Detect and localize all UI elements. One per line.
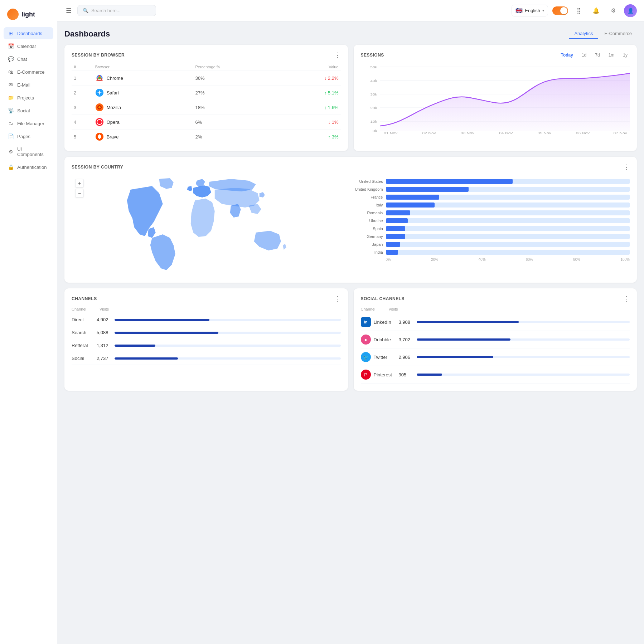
filter-1y[interactable]: 1y [621,52,630,58]
filter-1m[interactable]: 1m [606,52,617,58]
social-channel-visits: 3,702 [399,337,417,342]
browser-value: ↑ 3% [283,130,340,144]
social-channel-name: Pinterest [374,372,399,377]
country-bar-row: France [354,195,630,200]
twitter-icon: 🐦 [361,352,371,362]
language-selector[interactable]: 🇬🇧 English ▾ [512,5,548,16]
sidebar-label-chat: Chat [17,57,27,62]
country-label: Romania [354,211,383,215]
country-bar-fill [386,234,406,239]
browser-name-cell: Mozilla [93,100,193,115]
axis-label: 0% [386,258,391,262]
country-bar-fill [386,179,513,184]
tab-analytics[interactable]: Analytics [569,29,598,39]
sidebar-item-calendar[interactable]: 📅Calendar [4,40,53,52]
channel-name: Social [72,356,97,361]
sidebar-label-uicomponents: UI Components [17,146,49,157]
session-browser-title: SESSION BY BROWSER [72,53,125,58]
social-channel-col: Channel [361,307,386,311]
social-bar-fill [417,321,519,323]
browser-icon [95,74,104,82]
channel-bar-bg [115,357,341,360]
country-bar-fill [386,195,440,200]
sidebar-item-uicomponents[interactable]: ⚙UI Components [4,143,53,160]
row-num: 3 [72,100,93,115]
map-zoom-out[interactable]: − [75,189,84,197]
country-bar-bg [386,210,630,215]
channels-more-btn[interactable]: ⋮ [334,296,341,302]
sidebar-item-authentication[interactable]: 🔒Authentication [4,161,53,173]
authentication-icon: 🔒 [8,164,14,170]
sessions-chart-svg: 50k 40k 30k 20k 10k 0k 01 Nov 02 Nov 03 … [361,63,630,135]
sidebar-item-dashboards[interactable]: ⊞Dashboards [4,27,53,39]
country-bar-bg [386,187,630,192]
country-bar-row: Italy [354,203,630,208]
social-channel-name: LinkedIn [374,319,399,325]
browser-icon [95,132,104,141]
social-more-btn[interactable]: ⋮ [623,296,630,302]
chart-area: 50k 40k 30k 20k 10k 0k 01 Nov 02 Nov 03 … [361,63,630,135]
map-zoom-in[interactable]: + [75,179,84,187]
channel-col: Channel [72,307,97,311]
filter-1d[interactable]: 1d [580,52,589,58]
filter-today[interactable]: Today [558,52,575,58]
flag-icon: 🇬🇧 [515,7,523,14]
axis-label: 20% [431,258,438,262]
page-title: Dashboards [64,29,110,39]
menu-toggle-icon[interactable]: ☰ [64,5,73,16]
sidebar-item-pages[interactable]: 📄Pages [4,130,53,142]
sidebar-item-ecommerce[interactable]: 🛍E-Commerce [4,66,53,78]
channel-bar-bg [115,319,341,321]
browser-table: # Browser Percentage % Value 1 Chrome 36… [72,63,341,144]
sidebar-item-filemanager[interactable]: 🗂File Manager [4,117,53,130]
svg-point-10 [98,106,101,108]
row-num: 4 [72,115,93,130]
sidebar-item-chat[interactable]: 💬Chat [4,53,53,65]
svg-text:30k: 30k [370,93,377,96]
sidebar-item-social[interactable]: 📡Social [4,104,53,117]
browser-name-cell: Opera [93,115,193,130]
channels-col-header: Channel Visits [72,307,341,311]
channel-bar-fill [115,332,218,334]
page-tabs: AnalyticsE-Commerce [569,29,637,39]
country-bar-fill [386,226,406,231]
country-more-btn[interactable]: ⋮ [623,164,630,170]
browser-more-btn[interactable]: ⋮ [334,52,341,58]
sidebar-label-authentication: Authentication [17,165,47,170]
country-label: France [354,195,383,199]
search-input[interactable] [91,8,151,13]
sidebar-item-projects[interactable]: 📁Projects [4,92,53,104]
apps-icon[interactable]: ⣿ [572,4,585,17]
search-box[interactable]: 🔍 [77,5,156,16]
social-col-header: Channel Visits [361,307,630,311]
social-channel-row: in LinkedIn 3,908 [361,313,630,331]
channel-row: Social 2,737 [72,352,341,365]
social-icon: 📡 [8,108,14,113]
sidebar-label-filemanager: File Manager [17,121,44,126]
country-bar-row: United Kingdom [354,187,630,192]
channel-bar-bg [115,332,341,334]
tab-ecommerce[interactable]: E-Commerce [599,29,637,39]
svg-text:20k: 20k [370,106,377,110]
social-channel-name: Dribbble [374,337,399,342]
filter-7d[interactable]: 7d [593,52,602,58]
pages-icon: 📄 [8,133,14,139]
sidebar-item-email[interactable]: ✉E-Mail [4,79,53,91]
theme-toggle[interactable] [552,6,568,15]
axis-label: 100% [620,258,630,262]
channel-bar-fill [115,357,178,360]
linkedin-icon: in [361,317,371,327]
visits-col: Visits [100,307,117,311]
country-bar-bg [386,250,630,255]
chat-icon: 💬 [8,56,14,62]
notifications-icon[interactable]: 🔔 [590,4,602,17]
social-visits-col: Visits [389,307,407,311]
avatar[interactable]: 👤 [624,4,637,17]
country-bar-fill [386,203,435,208]
settings-icon[interactable]: ⚙ [607,4,620,17]
col-num: # [72,63,93,71]
sidebar-label-social: Social [17,108,30,113]
channel-name: Refferal [72,343,97,348]
sessions-filters: Today1d7d1m1y [558,52,630,58]
country-bar-bg [386,226,630,231]
